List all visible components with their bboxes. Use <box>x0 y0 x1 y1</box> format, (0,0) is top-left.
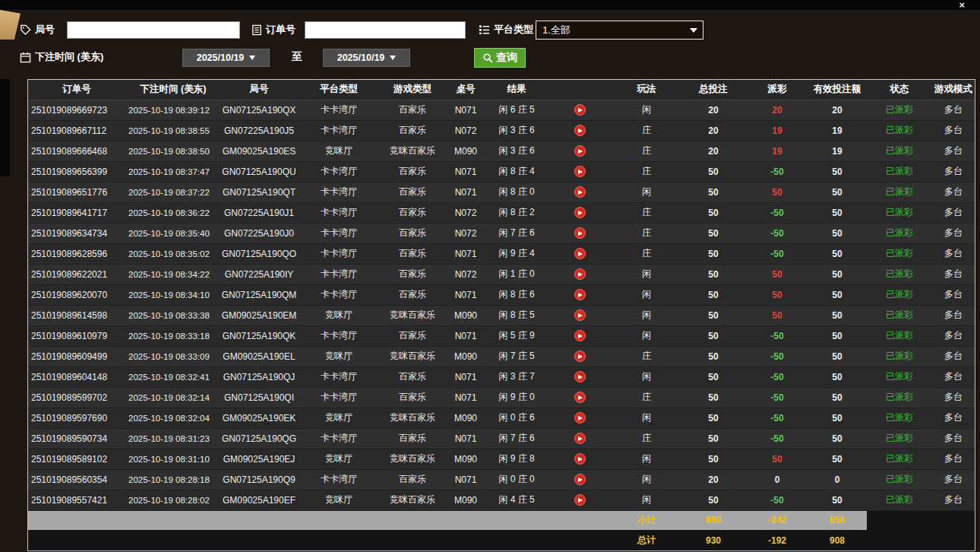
cell-total_bet: 20 <box>680 120 747 141</box>
cell-result: 闲 8 庄 2 <box>487 202 546 223</box>
cell-table_no: N071 <box>444 243 487 264</box>
play-icon[interactable] <box>574 145 586 157</box>
col-header-round: 局号 <box>221 80 297 100</box>
cell-platform: 卡卡湾厅 <box>297 120 381 141</box>
chevron-down-icon <box>690 28 697 33</box>
title-bar: × <box>0 0 980 10</box>
search-icon <box>482 52 493 63</box>
col-header-bet_type: 玩法 <box>613 80 680 100</box>
play-icon[interactable] <box>574 309 586 321</box>
play-icon[interactable] <box>574 412 586 424</box>
cell-time: 2025-10-19 08:38:50 <box>125 141 221 161</box>
cell-order: 251019089599702 <box>28 387 125 408</box>
play-icon[interactable] <box>574 207 586 218</box>
play-icon[interactable] <box>574 248 586 259</box>
cell-result: 闲 9 庄 0 <box>487 387 546 408</box>
cell-payout: -50 <box>747 202 808 223</box>
cell-valid_bet: 50 <box>808 449 867 469</box>
play-icon[interactable] <box>574 351 586 362</box>
cell-result: 闲 3 庄 6 <box>487 120 546 141</box>
cell-payout: 50 <box>747 264 808 284</box>
cell-time: 2025-10-19 08:31:23 <box>125 428 221 449</box>
grand-total-payout: -192 <box>747 530 808 550</box>
cell-table_no: N071 <box>444 182 487 202</box>
cell-valid_bet: 50 <box>808 243 867 264</box>
cell-bet_type: 闲 <box>613 305 680 325</box>
table-row: 2510190896285962025-10-19 08:35:02GN0712… <box>28 243 975 264</box>
cell-time: 2025-10-19 08:28:02 <box>125 490 221 510</box>
cell-platform: 卡卡湾厅 <box>297 202 381 223</box>
query-button[interactable]: 查询 <box>474 48 526 68</box>
cell-status: 已派彩 <box>867 120 932 141</box>
cell-mode: 多台 <box>932 490 975 510</box>
cell-order: 251019089560354 <box>28 469 125 490</box>
cell-valid_bet: 50 <box>808 284 867 305</box>
cell-round: GN07125A190QM <box>221 284 297 305</box>
grand-total-label: 总计 <box>613 530 680 550</box>
date-from-picker[interactable]: 2025/10/19 <box>182 49 270 67</box>
cell-game: 百家乐 <box>381 264 444 284</box>
table-row: 2510190895907342025-10-19 08:31:23GN0712… <box>28 428 975 449</box>
close-icon[interactable]: × <box>959 0 965 10</box>
cell-mode: 多台 <box>932 305 975 325</box>
play-icon[interactable] <box>574 453 586 465</box>
play-icon[interactable] <box>574 392 586 403</box>
play-icon[interactable] <box>574 371 586 382</box>
play-icon[interactable] <box>574 166 586 177</box>
play-icon[interactable] <box>574 433 586 444</box>
order-input[interactable] <box>305 21 466 39</box>
cell-round: GN07125A190QG <box>221 428 297 449</box>
cell-order: 251019089641717 <box>28 202 125 223</box>
date-to-picker[interactable]: 2025/10/19 <box>323 49 410 67</box>
cell-table_no: N071 <box>444 428 487 449</box>
play-icon[interactable] <box>574 289 586 300</box>
cell-bet_type: 闲 <box>613 284 680 305</box>
play-icon[interactable] <box>574 227 586 239</box>
table-row: 2510190895891022025-10-19 08:31:10GM0902… <box>28 449 975 469</box>
cell-table_no: N072 <box>444 120 487 141</box>
cell-valid_bet: 50 <box>808 161 867 182</box>
cell-total_bet: 50 <box>680 243 747 264</box>
cell-time: 2025-10-19 08:28:18 <box>125 469 221 490</box>
play-icon[interactable] <box>574 474 586 485</box>
play-icon[interactable] <box>574 104 586 116</box>
cell-valid_bet: 50 <box>808 202 867 223</box>
play-icon[interactable] <box>574 268 586 280</box>
cell-game: 竞咪百家乐 <box>381 346 444 366</box>
cell-total_bet: 50 <box>680 346 747 366</box>
platform-select[interactable]: 1.全部 <box>536 21 703 40</box>
cell-mode: 多台 <box>932 449 975 469</box>
cell-payout: -50 <box>747 490 808 510</box>
cell-total_bet: 50 <box>680 202 747 223</box>
cell-game: 百家乐 <box>381 325 444 346</box>
cell-table_no: M090 <box>444 141 487 161</box>
play-icon[interactable] <box>574 186 586 198</box>
cell-mode: 多台 <box>932 223 975 243</box>
cell-bet_type: 庄 <box>613 141 680 161</box>
cell-round: GM09025A190EF <box>221 490 297 510</box>
cell-table_no: M090 <box>444 490 487 510</box>
play-icon[interactable] <box>574 125 586 136</box>
cell-bet_type: 庄 <box>613 243 680 264</box>
play-icon[interactable] <box>574 330 586 341</box>
cell-mode: 多台 <box>932 264 975 284</box>
cell-table_no: M090 <box>444 305 487 325</box>
cell-status: 已派彩 <box>867 490 932 510</box>
col-header-status: 状态 <box>867 80 932 100</box>
cell-round: GN07125A190QJ <box>221 366 297 387</box>
table-row: 2510190895603542025-10-19 08:28:18GN0712… <box>28 469 975 490</box>
cell-game: 百家乐 <box>381 366 444 387</box>
cell-status: 已派彩 <box>867 346 932 366</box>
cell-status: 已派彩 <box>867 449 932 469</box>
cell-valid_bet: 50 <box>808 325 867 346</box>
cell-round: GN07225A190J1 <box>221 202 297 223</box>
cell-status: 已派彩 <box>867 408 932 428</box>
list-icon <box>479 24 490 35</box>
table-row: 2510190896094992025-10-19 08:33:09GM0902… <box>28 346 975 366</box>
order-label: 订单号 <box>251 23 296 36</box>
table-row: 2510190895976902025-10-19 08:32:04GM0902… <box>28 408 975 428</box>
cell-mode: 多台 <box>932 346 975 366</box>
cell-payout: 50 <box>747 284 808 305</box>
round-input[interactable] <box>67 21 240 39</box>
play-icon[interactable] <box>574 494 586 506</box>
